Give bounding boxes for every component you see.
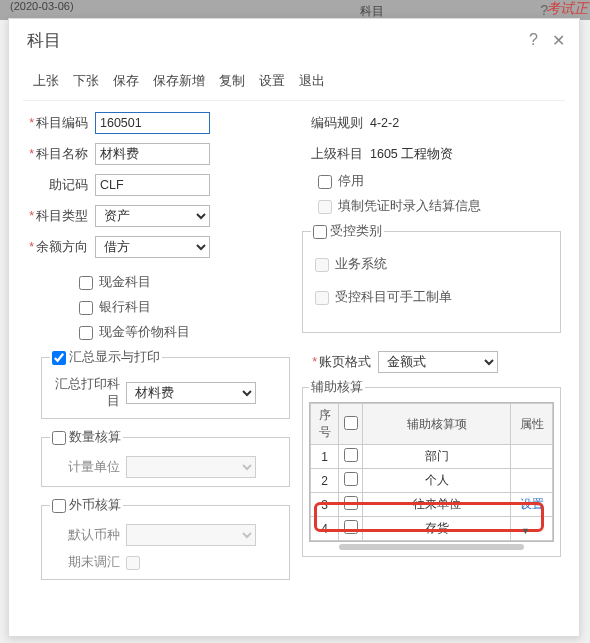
col-check[interactable] <box>339 404 363 445</box>
bg-date: (2020-03-06) <box>0 0 590 20</box>
row-checkbox[interactable] <box>344 448 358 462</box>
mnemonic-label: 助记码 <box>23 177 95 194</box>
row-name: 部门 <box>363 445 511 469</box>
watermark: 考试正 <box>546 0 588 18</box>
row-prop-link <box>511 469 553 493</box>
voucher-checkbox <box>318 200 332 214</box>
voucher-label: 填制凭证时录入结算信息 <box>338 198 481 215</box>
col-seq: 序号 <box>311 404 339 445</box>
adjust-checkbox <box>126 556 140 570</box>
subject-dialog: 科目 ? ✕ 上张 下张 保存 保存新增 复制 设置 退出 科目编码 科目名称 … <box>8 18 580 637</box>
dir-label: 余额方向 <box>23 239 95 256</box>
summary-print-label: 汇总打印科目 <box>50 376 120 410</box>
close-icon[interactable]: ✕ <box>552 31 565 50</box>
check-all[interactable] <box>344 416 358 430</box>
row-prop-link <box>511 517 553 541</box>
name-label: 科目名称 <box>23 146 95 163</box>
biz-checkbox <box>315 258 329 272</box>
dialog-title: 科目 <box>27 29 61 52</box>
right-column: 编码规则 4-2-2 上级科目 1605 工程物资 停用 填制凭证时录入结算信息… <box>298 111 569 590</box>
aux-legend: 辅助核算 <box>309 379 365 396</box>
manual-label: 受控科目可手工制单 <box>335 289 452 306</box>
row-name: 往来单位 <box>363 493 511 517</box>
dropdown-arrow-icon: ▼ <box>521 526 530 536</box>
parent-label: 上级科目 <box>298 146 370 163</box>
name-input[interactable] <box>95 143 210 165</box>
controlled-checkbox[interactable] <box>313 225 327 239</box>
save-new-button[interactable]: 保存新增 <box>153 72 205 90</box>
controlled-legend: 受控类别 <box>330 223 382 240</box>
adjust-label: 期末调汇 <box>50 554 120 571</box>
toolbar: 上张 下张 保存 保存新增 复制 设置 退出 <box>9 58 579 100</box>
qty-checkbox[interactable] <box>52 431 66 445</box>
scrollbar[interactable] <box>339 544 524 550</box>
biz-label: 业务系统 <box>335 256 387 273</box>
row-prop-link[interactable]: 设置 <box>511 541 553 543</box>
cash-checkbox[interactable] <box>79 276 93 290</box>
copy-button[interactable]: 复制 <box>219 72 245 90</box>
table-row[interactable]: 2个人 <box>311 469 553 493</box>
code-label: 科目编码 <box>23 115 95 132</box>
table-row[interactable]: 1部门 <box>311 445 553 469</box>
cash-equiv-checkbox[interactable] <box>79 326 93 340</box>
currency-label: 默认币种 <box>50 527 120 544</box>
row-name: 项目 <box>363 541 511 543</box>
cash-equiv-label: 现金等价物科目 <box>99 324 190 341</box>
next-button[interactable]: 下张 <box>73 72 99 90</box>
type-label: 科目类型 <box>23 208 95 225</box>
summary-checkbox[interactable] <box>52 351 66 365</box>
currency-select <box>126 524 256 546</box>
row-prop-link <box>511 445 553 469</box>
help-icon[interactable]: ? <box>529 31 538 50</box>
acct-format-label: 账页格式 <box>298 354 378 371</box>
prev-button[interactable]: 上张 <box>33 72 59 90</box>
cash-label: 现金科目 <box>99 274 151 291</box>
summary-print-select[interactable]: 材料费 <box>126 382 256 404</box>
mnemonic-input[interactable] <box>95 174 210 196</box>
table-row[interactable]: 3往来单位设置 <box>311 493 553 517</box>
controlled-fieldset: 受控类别 业务系统 受控科目可手工制单 <box>302 223 561 333</box>
rule-value: 4-2-2 <box>370 116 399 130</box>
type-select[interactable]: 资产 <box>95 205 210 227</box>
bank-checkbox[interactable] <box>79 301 93 315</box>
exit-button[interactable]: 退出 <box>299 72 325 90</box>
disabled-checkbox[interactable] <box>318 175 332 189</box>
row-name: 个人 <box>363 469 511 493</box>
row-checkbox[interactable] <box>344 520 358 534</box>
disabled-label: 停用 <box>338 173 364 190</box>
table-row[interactable]: 5项目设置 <box>311 541 553 543</box>
settings-button[interactable]: 设置 <box>259 72 285 90</box>
col-name: 辅助核算项 <box>363 404 511 445</box>
col-prop: 属性 <box>511 404 553 445</box>
row-name: 存货 <box>363 517 511 541</box>
row-seq: 1 <box>311 445 339 469</box>
row-seq: 2 <box>311 469 339 493</box>
acct-format-select[interactable]: 金额式 <box>378 351 498 373</box>
bank-label: 银行科目 <box>99 299 151 316</box>
qty-legend: 数量核算 <box>69 429 121 446</box>
row-seq: 4 <box>311 517 339 541</box>
dialog-titlebar: 科目 ? ✕ <box>9 19 579 58</box>
manual-checkbox <box>315 291 329 305</box>
row-checkbox[interactable] <box>344 496 358 510</box>
table-row[interactable]: 4存货 <box>311 517 553 541</box>
code-input[interactable] <box>95 112 210 134</box>
aux-table: 序号 辅助核算项 属性 1部门2个人3往来单位设置4存货5项目设置 <box>310 403 553 542</box>
dir-select[interactable]: 借方 <box>95 236 210 258</box>
qty-fieldset: 数量核算 计量单位 <box>41 429 290 487</box>
save-button[interactable]: 保存 <box>113 72 139 90</box>
parent-value: 1605 工程物资 <box>370 146 453 163</box>
fx-fieldset: 外币核算 默认币种 期末调汇 <box>41 497 290 580</box>
summary-legend: 汇总显示与打印 <box>69 349 160 366</box>
left-column: 科目编码 科目名称 助记码 科目类型 资产 余额方向 借方 现金科目 银行科目 <box>23 111 294 590</box>
unit-select <box>126 456 256 478</box>
row-seq: 5 <box>311 541 339 543</box>
row-prop-link[interactable]: 设置 <box>511 493 553 517</box>
fx-legend: 外币核算 <box>69 497 121 514</box>
summary-fieldset: 汇总显示与打印 汇总打印科目 材料费 <box>41 349 290 419</box>
unit-label: 计量单位 <box>50 459 120 476</box>
row-checkbox[interactable] <box>344 472 358 486</box>
rule-label: 编码规则 <box>298 115 370 132</box>
fx-checkbox[interactable] <box>52 499 66 513</box>
row-seq: 3 <box>311 493 339 517</box>
